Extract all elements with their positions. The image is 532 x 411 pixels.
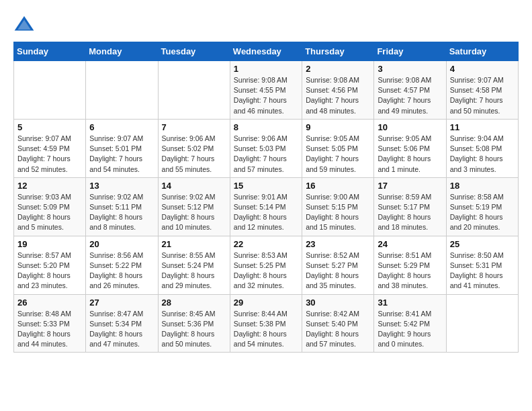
day-number: 9 xyxy=(306,122,370,132)
day-number: 25 xyxy=(450,239,515,249)
day-number: 24 xyxy=(378,239,442,249)
day-info: Sunrise: 8:48 AMSunset: 5:33 PMDaylight:… xyxy=(17,309,82,350)
calendar-cell: 7Sunrise: 9:06 AMSunset: 5:02 PMDaylight… xyxy=(158,119,230,177)
day-number: 7 xyxy=(162,122,226,132)
calendar-cell: 22Sunrise: 8:53 AMSunset: 5:25 PMDayligh… xyxy=(230,236,302,294)
calendar-cell xyxy=(86,61,158,120)
calendar-cell: 16Sunrise: 9:00 AMSunset: 5:15 PMDayligh… xyxy=(302,177,374,236)
day-info: Sunrise: 9:08 AMSunset: 4:56 PMDaylight:… xyxy=(306,75,370,116)
day-number: 4 xyxy=(450,64,515,74)
day-number: 8 xyxy=(234,122,298,132)
day-info: Sunrise: 8:56 AMSunset: 5:22 PMDaylight:… xyxy=(89,250,154,291)
calendar-cell: 3Sunrise: 9:08 AMSunset: 4:57 PMDaylight… xyxy=(374,61,446,120)
day-info: Sunrise: 9:05 AMSunset: 5:06 PMDaylight:… xyxy=(378,134,442,175)
calendar-cell: 1Sunrise: 9:08 AMSunset: 4:55 PMDaylight… xyxy=(230,61,302,120)
day-info: Sunrise: 9:05 AMSunset: 5:05 PMDaylight:… xyxy=(306,134,370,175)
day-info: Sunrise: 8:57 AMSunset: 5:20 PMDaylight:… xyxy=(17,250,82,291)
calendar-cell xyxy=(446,294,518,353)
day-info: Sunrise: 9:02 AMSunset: 5:11 PMDaylight:… xyxy=(89,192,154,233)
calendar-cell: 21Sunrise: 8:55 AMSunset: 5:24 PMDayligh… xyxy=(158,236,230,294)
calendar-cell: 30Sunrise: 8:42 AMSunset: 5:40 PMDayligh… xyxy=(302,294,374,353)
day-info: Sunrise: 9:06 AMSunset: 5:03 PMDaylight:… xyxy=(234,134,298,175)
calendar-week-row: 1Sunrise: 9:08 AMSunset: 4:55 PMDaylight… xyxy=(14,61,519,120)
day-number: 3 xyxy=(378,64,442,74)
calendar-cell: 5Sunrise: 9:07 AMSunset: 4:59 PMDaylight… xyxy=(14,119,86,177)
calendar-cell xyxy=(14,61,86,120)
calendar-cell: 28Sunrise: 8:45 AMSunset: 5:36 PMDayligh… xyxy=(158,294,230,353)
day-number: 22 xyxy=(234,239,298,249)
day-number: 31 xyxy=(378,298,442,308)
day-number: 2 xyxy=(306,64,370,74)
day-number: 26 xyxy=(17,298,82,308)
calendar-week-row: 5Sunrise: 9:07 AMSunset: 4:59 PMDaylight… xyxy=(14,119,519,177)
weekday-header: Saturday xyxy=(446,42,518,61)
day-info: Sunrise: 8:59 AMSunset: 5:17 PMDaylight:… xyxy=(378,192,442,233)
day-number: 27 xyxy=(89,298,154,308)
weekday-header: Monday xyxy=(86,42,158,61)
weekday-header: Wednesday xyxy=(230,42,302,61)
day-info: Sunrise: 9:07 AMSunset: 4:58 PMDaylight:… xyxy=(450,75,515,116)
logo xyxy=(13,13,36,35)
page-header xyxy=(13,13,519,35)
day-number: 29 xyxy=(234,298,298,308)
day-info: Sunrise: 9:00 AMSunset: 5:15 PMDaylight:… xyxy=(306,192,370,233)
calendar-cell: 25Sunrise: 8:50 AMSunset: 5:31 PMDayligh… xyxy=(446,236,518,294)
day-number: 15 xyxy=(234,181,298,191)
day-number: 12 xyxy=(17,181,82,191)
day-number: 13 xyxy=(89,181,154,191)
calendar-cell: 10Sunrise: 9:05 AMSunset: 5:06 PMDayligh… xyxy=(374,119,446,177)
calendar-cell xyxy=(158,61,230,120)
day-number: 18 xyxy=(450,181,515,191)
day-info: Sunrise: 8:53 AMSunset: 5:25 PMDaylight:… xyxy=(234,250,298,291)
calendar-cell: 27Sunrise: 8:47 AMSunset: 5:34 PMDayligh… xyxy=(86,294,158,353)
calendar-cell: 20Sunrise: 8:56 AMSunset: 5:22 PMDayligh… xyxy=(86,236,158,294)
day-info: Sunrise: 8:42 AMSunset: 5:40 PMDaylight:… xyxy=(306,309,370,350)
day-info: Sunrise: 9:04 AMSunset: 5:08 PMDaylight:… xyxy=(450,134,515,175)
day-info: Sunrise: 9:06 AMSunset: 5:02 PMDaylight:… xyxy=(162,134,226,175)
calendar-cell: 12Sunrise: 9:03 AMSunset: 5:09 PMDayligh… xyxy=(14,177,86,236)
weekday-header: Thursday xyxy=(302,42,374,61)
calendar-cell: 8Sunrise: 9:06 AMSunset: 5:03 PMDaylight… xyxy=(230,119,302,177)
day-number: 20 xyxy=(89,239,154,249)
day-number: 10 xyxy=(378,122,442,132)
calendar-cell: 14Sunrise: 9:02 AMSunset: 5:12 PMDayligh… xyxy=(158,177,230,236)
day-info: Sunrise: 9:02 AMSunset: 5:12 PMDaylight:… xyxy=(162,192,226,233)
day-number: 17 xyxy=(378,181,442,191)
weekday-header: Tuesday xyxy=(158,42,230,61)
day-number: 14 xyxy=(162,181,226,191)
calendar-cell: 17Sunrise: 8:59 AMSunset: 5:17 PMDayligh… xyxy=(374,177,446,236)
day-info: Sunrise: 9:07 AMSunset: 5:01 PMDaylight:… xyxy=(89,134,154,175)
calendar-week-row: 12Sunrise: 9:03 AMSunset: 5:09 PMDayligh… xyxy=(14,177,519,236)
day-info: Sunrise: 9:07 AMSunset: 4:59 PMDaylight:… xyxy=(17,134,82,175)
day-number: 6 xyxy=(89,122,154,132)
day-number: 23 xyxy=(306,239,370,249)
day-info: Sunrise: 9:01 AMSunset: 5:14 PMDaylight:… xyxy=(234,192,298,233)
day-number: 21 xyxy=(162,239,226,249)
calendar-cell: 6Sunrise: 9:07 AMSunset: 5:01 PMDaylight… xyxy=(86,119,158,177)
day-info: Sunrise: 8:51 AMSunset: 5:29 PMDaylight:… xyxy=(378,250,442,291)
calendar-cell: 11Sunrise: 9:04 AMSunset: 5:08 PMDayligh… xyxy=(446,119,518,177)
day-number: 30 xyxy=(306,298,370,308)
day-info: Sunrise: 9:03 AMSunset: 5:09 PMDaylight:… xyxy=(17,192,82,233)
calendar-cell: 23Sunrise: 8:52 AMSunset: 5:27 PMDayligh… xyxy=(302,236,374,294)
calendar-cell: 24Sunrise: 8:51 AMSunset: 5:29 PMDayligh… xyxy=(374,236,446,294)
calendar-cell: 9Sunrise: 9:05 AMSunset: 5:05 PMDaylight… xyxy=(302,119,374,177)
day-info: Sunrise: 8:44 AMSunset: 5:38 PMDaylight:… xyxy=(234,309,298,350)
day-number: 28 xyxy=(162,298,226,308)
day-info: Sunrise: 8:50 AMSunset: 5:31 PMDaylight:… xyxy=(450,250,515,291)
day-number: 16 xyxy=(306,181,370,191)
day-info: Sunrise: 8:47 AMSunset: 5:34 PMDaylight:… xyxy=(89,309,154,350)
calendar-cell: 13Sunrise: 9:02 AMSunset: 5:11 PMDayligh… xyxy=(86,177,158,236)
day-number: 19 xyxy=(17,239,82,249)
day-number: 11 xyxy=(450,122,515,132)
day-info: Sunrise: 9:08 AMSunset: 4:57 PMDaylight:… xyxy=(378,75,442,116)
weekday-header: Friday xyxy=(374,42,446,61)
calendar-cell: 29Sunrise: 8:44 AMSunset: 5:38 PMDayligh… xyxy=(230,294,302,353)
calendar-table: SundayMondayTuesdayWednesdayThursdayFrid… xyxy=(13,42,519,353)
calendar-cell: 18Sunrise: 8:58 AMSunset: 5:19 PMDayligh… xyxy=(446,177,518,236)
calendar-cell: 4Sunrise: 9:07 AMSunset: 4:58 PMDaylight… xyxy=(446,61,518,120)
calendar-week-row: 26Sunrise: 8:48 AMSunset: 5:33 PMDayligh… xyxy=(14,294,519,353)
calendar-cell: 15Sunrise: 9:01 AMSunset: 5:14 PMDayligh… xyxy=(230,177,302,236)
calendar-cell: 2Sunrise: 9:08 AMSunset: 4:56 PMDaylight… xyxy=(302,61,374,120)
day-number: 5 xyxy=(17,122,82,132)
